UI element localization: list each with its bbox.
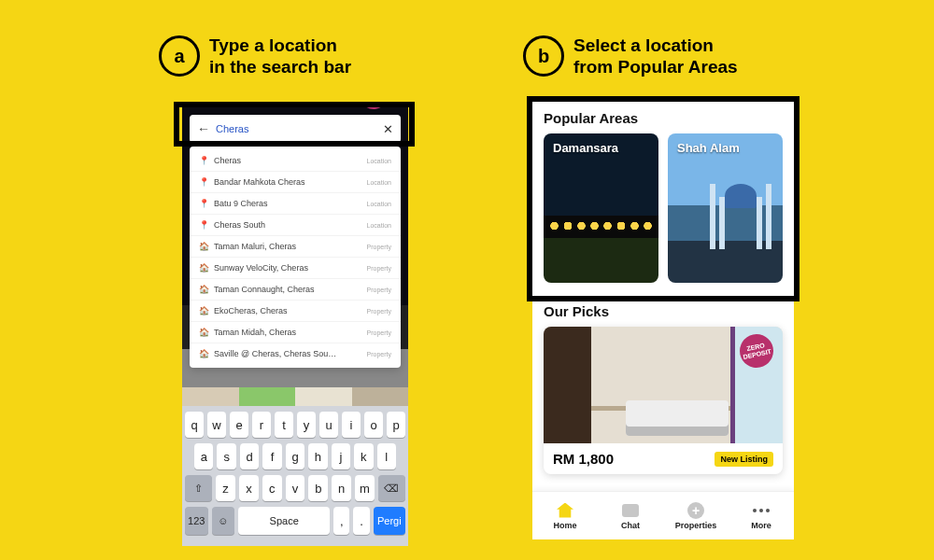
key-g[interactable]: g	[286, 443, 304, 469]
nav-chat-label: Chat	[621, 521, 640, 530]
suggestion-tag: Property	[367, 287, 391, 293]
key-r[interactable]: r	[252, 412, 271, 438]
step-b-title: Select a location from Popular Areas	[573, 35, 738, 78]
keyboard: qwertyuiop asdfghjkl ⇧zxcvbnm⌫ 123 ☺ Spa…	[182, 406, 408, 546]
area-card-damansara[interactable]: Damansara	[544, 133, 658, 283]
key-emoji[interactable]: ☺	[212, 507, 235, 535]
search-suggestions: 📍CherasLocation📍Bandar Mahkota CherasLoc…	[190, 147, 401, 368]
clear-icon[interactable]: ✕	[383, 122, 393, 136]
key-y[interactable]: y	[297, 412, 316, 438]
key-a[interactable]: a	[194, 443, 213, 469]
suggestion-row[interactable]: 📍Bandar Mahkota CherasLocation	[190, 172, 401, 193]
suggestion-tag: Property	[367, 351, 391, 357]
nav-home-label: Home	[553, 521, 576, 530]
search-bar[interactable]: ← ✕	[190, 115, 401, 143]
key-dot[interactable]: .	[353, 507, 369, 535]
suggestion-name: Taman Midah, Cheras	[214, 328, 296, 337]
key-⇧[interactable]: ⇧	[185, 475, 212, 501]
key-e[interactable]: e	[230, 412, 248, 438]
pin-icon: 📍	[199, 220, 208, 230]
keyboard-row-4: 123 ☺ Space , . Pergi	[185, 507, 405, 535]
nav-chat[interactable]: Chat	[598, 492, 663, 539]
keyboard-row-3: ⇧zxcvbnm⌫	[185, 475, 405, 501]
key-space[interactable]: Space	[238, 507, 330, 535]
suggestion-row[interactable]: 📍Cheras SouthLocation	[190, 215, 401, 236]
suggestion-tag: Location	[367, 201, 391, 207]
key-i[interactable]: i	[342, 412, 361, 438]
key-k[interactable]: k	[354, 443, 373, 469]
suggestion-name: Taman Connaught, Cheras	[214, 285, 315, 294]
pick-image: ZERO DEPOSIT	[544, 327, 783, 443]
keyboard-row-1: qwertyuiop	[185, 412, 405, 438]
key-x[interactable]: x	[239, 475, 259, 501]
suggestion-row[interactable]: 📍CherasLocation	[190, 150, 401, 172]
area-card-shah-alam[interactable]: Shah Alam	[668, 133, 783, 283]
back-arrow-icon[interactable]: ←	[197, 121, 210, 136]
suggestion-row[interactable]: 🏠Taman Midah, CherasProperty	[190, 322, 401, 343]
home-icon: 🏠	[199, 242, 208, 251]
key-f[interactable]: f	[262, 443, 281, 469]
pick-price: RM 1,800	[553, 451, 614, 467]
bottom-nav: Home Chat + Properties More	[532, 491, 794, 539]
keyboard-bg-strip	[182, 387, 408, 406]
suggestion-tag: Property	[367, 329, 391, 336]
bed-decor	[626, 400, 729, 436]
key-q[interactable]: q	[185, 412, 204, 438]
chat-icon	[621, 502, 640, 519]
key-j[interactable]: j	[332, 443, 350, 469]
suggestion-row[interactable]: 🏠EkoCheras, CherasProperty	[190, 301, 401, 322]
key-n[interactable]: n	[332, 475, 351, 501]
suggestion-tag: Property	[367, 308, 391, 315]
key-v[interactable]: v	[286, 475, 305, 501]
suggestion-row[interactable]: 🏠Taman Maluri, CherasProperty	[190, 236, 401, 258]
popular-areas-row: Damansara Shah Alam	[532, 133, 794, 294]
nav-more-label: More	[751, 521, 771, 530]
nav-home[interactable]: Home	[532, 492, 598, 539]
key-comma[interactable]: ,	[333, 507, 349, 535]
key-o[interactable]: o	[364, 412, 383, 438]
key-m[interactable]: m	[355, 475, 375, 501]
step-a-title: Type a location in the search bar	[209, 35, 351, 78]
zero-deposit-badge: ZERO DEPOSIT	[737, 331, 777, 371]
pin-icon: 📍	[199, 177, 208, 187]
key-b[interactable]: b	[308, 475, 328, 501]
more-icon	[752, 502, 771, 519]
key-p[interactable]: p	[387, 412, 405, 438]
nav-more[interactable]: More	[729, 492, 794, 539]
search-input[interactable]	[216, 123, 383, 134]
home-icon: 🏠	[199, 263, 208, 273]
key-s[interactable]: s	[217, 443, 235, 469]
key-z[interactable]: z	[216, 475, 235, 501]
step-b-header: b Select a location from Popular Areas	[523, 35, 738, 78]
suggestion-name: Saville @ Cheras, Cheras Sou…	[214, 349, 336, 358]
key-go[interactable]: Pergi	[374, 507, 405, 535]
suggestion-name: Cheras South	[214, 220, 265, 230]
home-icon	[556, 502, 574, 519]
step-b-title-line2: from Popular Areas	[573, 57, 738, 78]
home-icon: 🏠	[199, 328, 208, 337]
key-123[interactable]: 123	[185, 507, 208, 535]
step-b-title-line1: Select a location	[573, 35, 738, 57]
key-t[interactable]: t	[275, 412, 293, 438]
key-h[interactable]: h	[308, 443, 327, 469]
step-a-bubble: a	[159, 35, 200, 77]
key-d[interactable]: d	[240, 443, 259, 469]
key-c[interactable]: c	[262, 475, 282, 501]
suggestion-name: Sunway VeloCity, Cheras	[214, 263, 308, 273]
home-icon: 🏠	[199, 306, 208, 315]
suggestion-row[interactable]: 📍Batu 9 CherasLocation	[190, 193, 401, 215]
popular-areas-title: Popular Areas	[532, 101, 794, 133]
pin-icon: 📍	[199, 156, 208, 165]
suggestion-row[interactable]: 🏠Sunway VeloCity, CherasProperty	[190, 258, 401, 279]
key-⌫[interactable]: ⌫	[378, 475, 405, 501]
key-l[interactable]: l	[377, 443, 396, 469]
pick-card[interactable]: ZERO DEPOSIT RM 1,800 New Listing	[544, 327, 783, 474]
key-w[interactable]: w	[207, 412, 226, 438]
key-u[interactable]: u	[319, 412, 338, 438]
nav-properties[interactable]: + Properties	[663, 492, 729, 539]
new-listing-tag: New Listing	[715, 452, 773, 467]
our-picks-title: Our Picks	[532, 294, 794, 327]
suggestion-row[interactable]: 🏠Saville @ Cheras, Cheras Sou…Property	[190, 343, 401, 364]
suggestion-row[interactable]: 🏠Taman Connaught, CherasProperty	[190, 279, 401, 301]
keyboard-row-2: asdfghjkl	[185, 443, 405, 469]
